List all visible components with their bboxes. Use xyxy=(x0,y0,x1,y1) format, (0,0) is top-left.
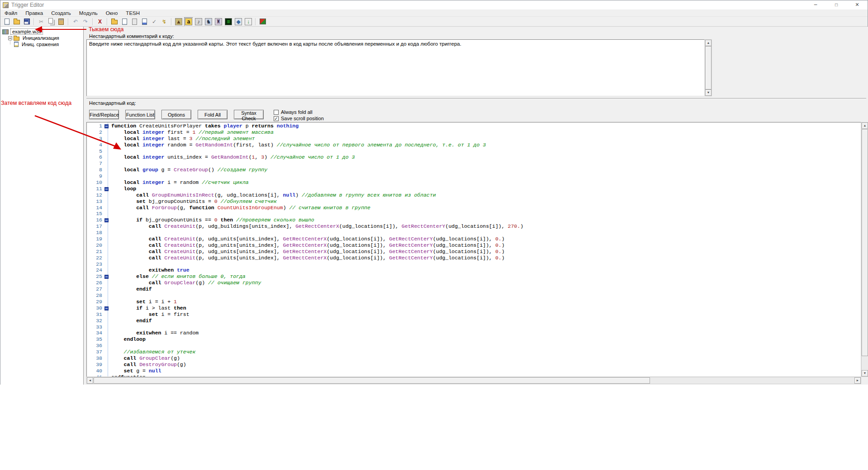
code-line[interactable]: 31 set i = first xyxy=(87,311,861,318)
save-map-icon[interactable] xyxy=(22,17,31,26)
code-line[interactable]: 11 loop xyxy=(87,186,861,192)
code-line[interactable]: 25 else // если юнитов больше 0, тогда xyxy=(87,273,861,280)
code-editor[interactable]: 1function CreateUnitsForPlayer takes pla… xyxy=(86,122,861,377)
new-category-icon[interactable] xyxy=(110,17,119,26)
fold-all-button[interactable]: Fold All xyxy=(198,110,228,119)
new-trigger-icon[interactable] xyxy=(120,17,129,26)
ai-editor-icon[interactable]: ≡ xyxy=(224,17,233,26)
tree-item-init-category[interactable]: Инициализация xyxy=(0,35,83,41)
object-manager-icon[interactable]: ◆ xyxy=(234,17,243,26)
menu-window[interactable]: Окно xyxy=(102,10,122,16)
fold-marker-icon[interactable] xyxy=(102,123,111,129)
code-line[interactable]: 39 call DestroyGroup(g) xyxy=(87,362,861,368)
code-line[interactable]: 36 xyxy=(87,343,861,349)
copy-icon[interactable] xyxy=(47,17,56,26)
function-list-button[interactable]: Function List xyxy=(125,110,155,119)
code-line[interactable]: 28 xyxy=(87,292,861,299)
menu-edit[interactable]: Правка xyxy=(21,10,47,16)
tree-item-map-root[interactable]: example.w3x xyxy=(0,28,83,35)
code-line[interactable]: 4 local integer random = GetRandomInt(fi… xyxy=(87,142,861,148)
menu-module[interactable]: Модуль xyxy=(75,10,102,16)
sound-editor-icon[interactable]: ♪ xyxy=(194,17,203,26)
collapse-icon[interactable] xyxy=(8,36,12,40)
scrollbar-thumb[interactable] xyxy=(705,46,711,89)
code-line[interactable]: 13 set bj_groupCountUnits = 0 //обнуляем… xyxy=(87,198,861,205)
code-line[interactable]: 26 call GroupClear(g) // очищаем группу xyxy=(87,280,861,286)
fold-marker-icon[interactable] xyxy=(102,305,111,311)
enable-trigger-icon[interactable]: ✓ xyxy=(150,17,159,26)
code-line[interactable]: 15 xyxy=(87,211,861,217)
comment-scrollbar[interactable]: ▲ ▼ xyxy=(705,39,712,96)
code-line[interactable]: 3 local integer last = 3 //последний эле… xyxy=(87,136,861,142)
scroll-right-icon[interactable]: ► xyxy=(854,377,861,384)
menu-tesh[interactable]: TESH xyxy=(122,10,144,16)
new-script-icon[interactable] xyxy=(140,17,149,26)
find-replace-button[interactable]: Find/Replace xyxy=(89,110,119,119)
code-line[interactable]: 7 xyxy=(87,160,861,167)
redo-icon[interactable]: ↷ xyxy=(81,17,90,26)
object-editor-icon[interactable]: ♞ xyxy=(204,17,213,26)
code-line[interactable]: 27 endif xyxy=(87,286,861,292)
code-line[interactable]: 1function CreateUnitsForPlayer takes pla… xyxy=(87,123,861,129)
fold-marker-icon[interactable] xyxy=(102,186,111,192)
comment-textarea[interactable]: Введите ниже нестандартный код для указа… xyxy=(86,39,705,96)
menu-create[interactable]: Создать xyxy=(47,10,75,16)
scroll-down-icon[interactable]: ▼ xyxy=(705,89,711,96)
code-line[interactable]: 33 xyxy=(87,324,861,330)
syntax-check-button[interactable]: Syntax Check xyxy=(234,110,264,119)
code-line[interactable]: 34 exitwhen i == random xyxy=(87,330,861,336)
close-button[interactable]: × xyxy=(847,0,868,9)
editor-vertical-scrollbar[interactable]: ▲ ▼ xyxy=(861,122,868,377)
fold-marker-icon[interactable] xyxy=(102,273,111,280)
code-line[interactable]: 35 endloop xyxy=(87,336,861,343)
code-line[interactable]: 23 xyxy=(87,261,861,268)
code-line[interactable]: 37 //избавляемся от утечек xyxy=(87,349,861,355)
checkbox-unchecked-icon[interactable] xyxy=(274,110,279,115)
code-line[interactable]: 6 local integer units_index = GetRandomI… xyxy=(87,154,861,160)
scroll-up-icon[interactable]: ▲ xyxy=(705,40,711,46)
code-line[interactable]: 9 xyxy=(87,173,861,179)
scroll-down-icon[interactable]: ▼ xyxy=(862,370,868,376)
code-line[interactable]: 16 if bj_groupCountUnits == 0 then //про… xyxy=(87,217,861,223)
minimize-button[interactable]: – xyxy=(805,0,826,9)
options-button[interactable]: Options xyxy=(161,110,191,119)
code-line[interactable]: 21 call CreateUnit(p, udg_units[units_in… xyxy=(87,249,861,255)
code-line[interactable]: 24 exitwhen true xyxy=(87,267,861,273)
editor-horizontal-scrollbar[interactable]: ◄ ► xyxy=(86,377,861,384)
undo-icon[interactable]: ↶ xyxy=(71,17,80,26)
code-line[interactable]: 18 xyxy=(87,230,861,236)
code-line[interactable]: 22 call CreateUnit(p, udg_units[units_in… xyxy=(87,255,861,261)
scroll-up-icon[interactable]: ▲ xyxy=(862,122,868,129)
fold-marker-icon[interactable] xyxy=(102,217,111,223)
code-line[interactable]: 29 set i = i + 1 xyxy=(87,299,861,305)
menu-file[interactable]: Файл xyxy=(0,10,21,16)
import-manager-icon[interactable]: ↓ xyxy=(244,17,253,26)
code-line[interactable]: 2 local integer first = 1 //первый элеме… xyxy=(87,129,861,136)
code-line[interactable]: 14 call ForGroup(g, function CountUnitsI… xyxy=(87,205,861,211)
scroll-left-icon[interactable]: ◄ xyxy=(87,377,93,384)
tree-item-init-battle[interactable]: Иниц. сражения xyxy=(0,41,83,47)
terrain-editor-icon[interactable]: ▲ xyxy=(174,17,183,26)
code-line[interactable]: 17 call CreateUnit(p, udg_buildings[unit… xyxy=(87,223,861,230)
initially-on-icon[interactable]: ↯ xyxy=(160,17,169,26)
code-line[interactable]: 12 call GroupEnumUnitsInRect(g, udg_loca… xyxy=(87,192,861,198)
code-line[interactable]: 40 set g = null xyxy=(87,368,861,374)
test-map-icon[interactable] xyxy=(258,17,267,26)
code-line[interactable]: 38 call GroupClear(g) xyxy=(87,355,861,362)
trigger-editor-icon[interactable]: a xyxy=(184,17,193,26)
code-line[interactable]: 30 if i > last then xyxy=(87,305,861,311)
cut-icon[interactable]: ✂ xyxy=(37,17,46,26)
new-trigger-comment-icon[interactable] xyxy=(130,17,139,26)
variables-icon[interactable]: X xyxy=(95,17,104,26)
code-line[interactable]: 10 local integer i = random //счетчик ци… xyxy=(87,179,861,186)
campaign-editor-icon[interactable]: ♜ xyxy=(214,17,223,26)
open-map-icon[interactable] xyxy=(12,17,21,26)
save-scroll-position-checkbox[interactable]: ✓Save scroll position xyxy=(274,116,324,121)
new-map-icon[interactable] xyxy=(2,17,11,26)
code-line[interactable]: 32 endif xyxy=(87,318,861,324)
scrollbar-thumb[interactable] xyxy=(94,377,650,384)
code-line[interactable]: 20 call CreateUnit(p, udg_units[units_in… xyxy=(87,242,861,249)
checkbox-checked-icon[interactable]: ✓ xyxy=(274,116,279,121)
maximize-button[interactable]: □ xyxy=(826,0,847,9)
always-fold-all-checkbox[interactable]: Always fold all xyxy=(274,109,324,115)
